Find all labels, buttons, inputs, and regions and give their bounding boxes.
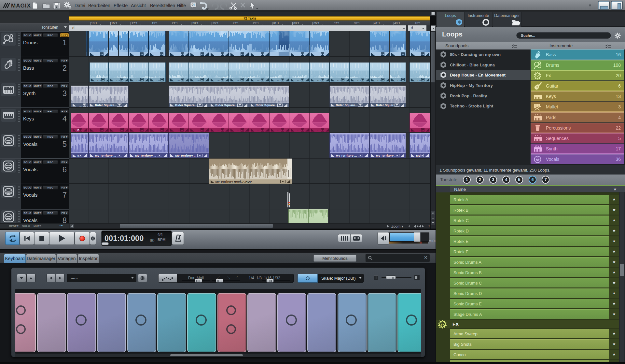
svg-text:?i: ?i [191,3,195,7]
svg-text:FX: FX [441,323,445,326]
svg-text:MAGIX: MAGIX [11,3,31,9]
